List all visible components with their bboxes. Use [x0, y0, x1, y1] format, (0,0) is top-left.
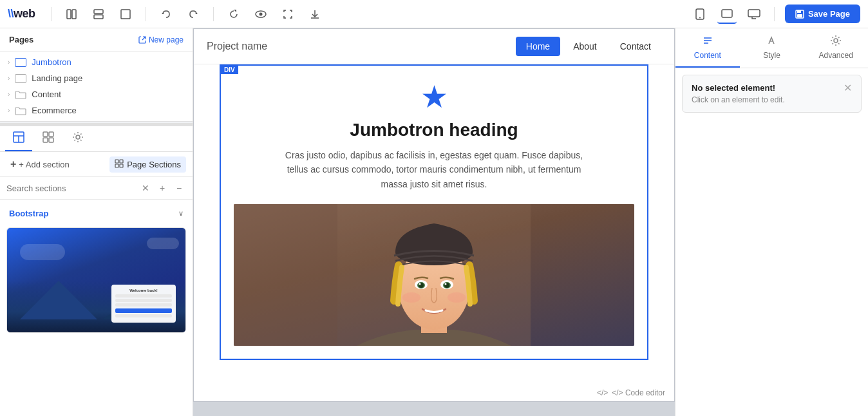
- svg-marker-5: [162, 13, 164, 14]
- code-editor-bar[interactable]: </> </> Code editor: [588, 384, 674, 401]
- svg-rect-3: [94, 15, 103, 19]
- toolbar-divider-4: [774, 7, 775, 21]
- minus-search-button[interactable]: −: [172, 181, 186, 195]
- pages-header: Pages New page: [0, 28, 193, 52]
- bootstrap-chevron-icon[interactable]: ∨: [178, 209, 184, 218]
- grid-icon: [115, 159, 124, 170]
- preview-button[interactable]: [251, 5, 270, 24]
- main-layout: Pages New page › Jumbotron › Landing pag…: [0, 28, 868, 416]
- folder-icon: [15, 106, 26, 115]
- svg-point-44: [445, 283, 447, 285]
- preview-browser: Project name Home About Contact DIV ★ Ju…: [193, 28, 675, 402]
- tab-layout[interactable]: [5, 126, 32, 151]
- jumbotron-text[interactable]: Cras justo odio, dapibus ac facilisis in…: [279, 148, 589, 191]
- page-list: › Jumbotron › Landing page › Content ›: [0, 52, 193, 121]
- tab-components[interactable]: [35, 126, 62, 151]
- tab-advanced[interactable]: Advanced: [804, 28, 868, 68]
- components-icon: [42, 131, 54, 145]
- add-search-button[interactable]: +: [155, 181, 169, 195]
- no-selected-title: No selected element!: [692, 83, 785, 93]
- no-selected-close-button[interactable]: ✕: [844, 83, 852, 93]
- svg-rect-26: [115, 160, 118, 163]
- svg-rect-22: [49, 132, 53, 137]
- page-item-landing[interactable]: › Landing page: [0, 70, 193, 86]
- nav-about[interactable]: About: [563, 37, 607, 56]
- jumbotron-wrapper: DIV ★ Jumbotron heading Cras justo odio,…: [194, 64, 674, 373]
- svg-rect-31: [234, 204, 337, 346]
- svg-rect-17: [797, 14, 802, 17]
- chevron-icon: ›: [8, 107, 10, 114]
- svg-rect-27: [120, 160, 123, 163]
- tab-settings-left[interactable]: [64, 126, 91, 151]
- layout-toggle-3-button[interactable]: [116, 5, 135, 24]
- jumbotron-heading[interactable]: Jumbotron heading: [234, 120, 634, 140]
- svg-point-9: [259, 12, 262, 15]
- nav-links: Home About Contact: [516, 37, 661, 56]
- svg-point-25: [76, 135, 80, 139]
- undo-button[interactable]: [156, 5, 176, 24]
- portrait-svg: [234, 204, 634, 346]
- download-button[interactable]: [305, 5, 325, 24]
- tablet-view-button[interactable]: [717, 5, 737, 24]
- svg-rect-1: [72, 10, 76, 19]
- svg-point-45: [402, 292, 420, 303]
- bootstrap-header: Bootstrap ∨: [6, 205, 186, 222]
- page-item-ecommerce[interactable]: › Ecommerce: [0, 102, 193, 118]
- thumbnail-preview-image: Welcome back!: [7, 228, 185, 332]
- tab-style[interactable]: Style: [740, 28, 804, 68]
- no-selected-text: No selected element! Click on an element…: [692, 83, 785, 104]
- div-badge: DIV: [221, 66, 238, 74]
- svg-point-51: [834, 39, 838, 43]
- bootstrap-section: Bootstrap ∨ Welcome back!: [0, 200, 193, 416]
- app-logo: \\web: [8, 7, 35, 21]
- plus-icon: +: [10, 158, 16, 170]
- code-icon: </>: [597, 388, 608, 397]
- clear-search-button[interactable]: ✕: [138, 181, 153, 195]
- svg-rect-14: [748, 10, 760, 17]
- page-doc-icon: [15, 58, 26, 67]
- chevron-icon: ›: [8, 75, 10, 82]
- jumbotron-image: [234, 204, 634, 346]
- section-thumbnail[interactable]: Welcome back!: [6, 227, 186, 333]
- chevron-icon: ›: [8, 59, 10, 66]
- cloud-shape-1: [20, 244, 65, 260]
- layout-toggle-1-button[interactable]: [62, 5, 81, 24]
- new-page-button[interactable]: New page: [138, 35, 184, 44]
- add-section-row: + + Add section Page Sections: [0, 152, 193, 177]
- bootstrap-label: Bootstrap: [9, 209, 48, 218]
- fullscreen-button[interactable]: [278, 5, 297, 24]
- svg-rect-13: [722, 10, 732, 17]
- tab-content[interactable]: Content: [675, 28, 740, 68]
- svg-rect-24: [49, 138, 53, 142]
- page-sections-button[interactable]: Page Sections: [109, 156, 186, 173]
- panel-tabs: [0, 126, 193, 152]
- toolbar-divider-1: [51, 7, 52, 21]
- redo-button[interactable]: [184, 5, 203, 24]
- add-section-button[interactable]: + + Add section: [6, 156, 73, 173]
- svg-rect-23: [43, 138, 48, 142]
- svg-rect-29: [120, 164, 123, 167]
- save-page-button[interactable]: Save Page: [785, 5, 860, 23]
- svg-rect-28: [115, 164, 118, 167]
- advanced-tab-icon: [830, 35, 842, 49]
- top-toolbar: \\web Save Page: [0, 0, 868, 28]
- svg-point-46: [448, 292, 466, 303]
- no-selected-panel: No selected element! Click on an element…: [682, 75, 862, 113]
- jumbotron-section[interactable]: DIV ★ Jumbotron heading Cras justo odio,…: [220, 64, 648, 360]
- layout-toggle-2-button[interactable]: [89, 5, 108, 24]
- preview-nav: Project name Home About Contact: [194, 29, 674, 64]
- mobile-view-button[interactable]: [690, 5, 710, 24]
- toolbar-divider-2: [146, 7, 146, 21]
- search-sections-input[interactable]: [6, 184, 135, 193]
- nav-home[interactable]: Home: [516, 37, 560, 56]
- nav-contact[interactable]: Contact: [610, 37, 661, 56]
- page-item-jumbotron[interactable]: › Jumbotron: [0, 54, 193, 70]
- project-name: Project name: [207, 41, 505, 52]
- canvas-area[interactable]: Project name Home About Contact DIV ★ Ju…: [193, 28, 675, 416]
- refresh-button[interactable]: [224, 5, 243, 24]
- page-item-content[interactable]: › Content: [0, 86, 193, 102]
- svg-marker-7: [234, 10, 236, 12]
- svg-marker-6: [195, 13, 198, 14]
- svg-rect-2: [94, 10, 103, 14]
- desktop-view-button[interactable]: [744, 5, 764, 24]
